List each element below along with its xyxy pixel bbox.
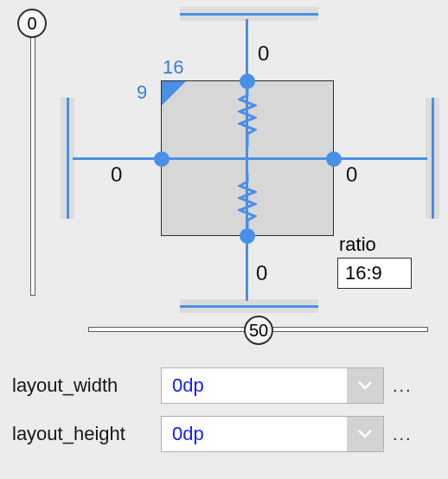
vertical-bias-slider-track[interactable]: [30, 26, 35, 296]
horizontal-bias-slider-knob[interactable]: 50: [244, 316, 273, 345]
vertical-spring-icon: [238, 86, 257, 147]
aspect-ratio-label: ratio: [339, 233, 376, 256]
left-constraint-line[interactable]: [73, 157, 162, 160]
aspect-width-value: 16: [163, 56, 183, 79]
right-rail: [426, 98, 439, 219]
vertical-bias-slider-knob[interactable]: 0: [17, 9, 47, 38]
bottom-constraint-line[interactable]: [246, 236, 248, 301]
layout-width-row: layout_width 0dp ...: [12, 367, 436, 405]
left-constraint-handle[interactable]: [154, 151, 170, 167]
layout-height-more-button[interactable]: ...: [393, 425, 413, 444]
layout-width-select[interactable]: 0dp: [161, 367, 384, 404]
top-constraint-line[interactable]: [246, 19, 248, 81]
chevron-down-icon[interactable]: [347, 417, 383, 451]
right-constraint-line[interactable]: [334, 157, 427, 160]
bottom-margin-value[interactable]: 0: [256, 261, 267, 285]
widget-horizontal-midline: [161, 157, 334, 160]
right-constraint-handle[interactable]: [326, 151, 342, 167]
layout-height-label: layout_height: [12, 423, 161, 445]
left-margin-value[interactable]: 0: [111, 163, 122, 187]
right-margin-value[interactable]: 0: [346, 163, 357, 187]
bottom-constraint-handle[interactable]: [240, 228, 255, 244]
aspect-ratio-corner-icon[interactable]: [162, 81, 186, 105]
aspect-height-value: 9: [137, 81, 147, 104]
layout-height-row: layout_height 0dp ...: [12, 415, 436, 453]
top-rail: [180, 7, 318, 21]
top-constraint-handle[interactable]: [240, 73, 255, 89]
layout-width-label: layout_width: [12, 374, 161, 397]
vertical-spring-icon: [238, 173, 257, 233]
constraint-canvas: 0 0 0 0 0 16 9 ratio 50: [0, 0, 448, 349]
layout-width-value: 0dp: [162, 374, 347, 397]
layout-width-more-button[interactable]: ...: [393, 376, 413, 396]
layout-height-select[interactable]: 0dp: [161, 416, 384, 452]
layout-height-value: 0dp: [162, 423, 347, 445]
top-margin-value[interactable]: 0: [258, 42, 269, 66]
aspect-ratio-input[interactable]: [337, 258, 412, 289]
bottom-rail: [180, 299, 318, 313]
chevron-down-icon[interactable]: [347, 368, 383, 403]
